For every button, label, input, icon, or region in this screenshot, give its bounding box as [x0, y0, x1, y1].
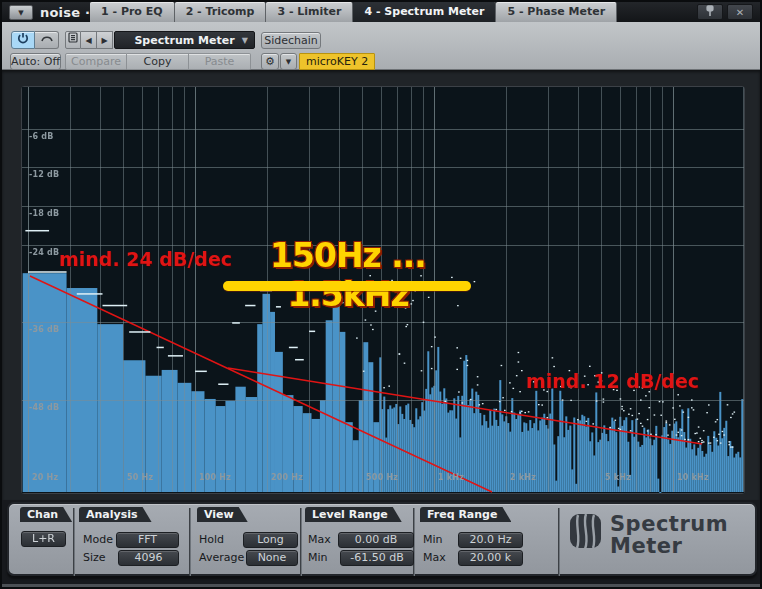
slope-24-annotation: mind. 24 dB/dec — [59, 248, 232, 270]
preset-edit-group: Compare Copy Paste — [65, 53, 251, 70]
tab-pro-eq[interactable]: 1 - Pro EQ — [90, 2, 175, 22]
automation-mode-button[interactable]: Auto: Off — [10, 53, 61, 70]
freq-min-label: Min — [423, 532, 443, 548]
size-value-button[interactable]: 4096 — [118, 550, 179, 566]
sidechain-button[interactable]: Sidechain — [261, 32, 321, 49]
section-divider — [301, 508, 302, 576]
section-header-analysis: Analysis — [79, 507, 152, 522]
channel-mode-button[interactable]: L+R — [21, 531, 66, 547]
mode-value-button[interactable]: FFT — [116, 532, 179, 548]
section-divider — [414, 508, 415, 576]
freq-axis-label: 100 Hz — [199, 473, 231, 482]
db-axis-label: -48 dB — [29, 403, 59, 412]
close-button[interactable]: ✕ — [727, 4, 753, 20]
section-header-level-range: Level Range — [305, 507, 402, 522]
paste-button[interactable]: Paste — [189, 53, 251, 70]
db-axis-label: -18 dB — [29, 209, 59, 218]
db-axis-label: -36 dB — [29, 325, 59, 334]
toolbar: ◀ ▶ Spectrum Meter ▼ Sidechain Auto: Off… — [2, 22, 760, 70]
prev-preset-button[interactable]: ◀ — [81, 31, 97, 49]
pin-icon — [705, 8, 715, 19]
power-icon — [17, 34, 29, 47]
bypass-button[interactable] — [35, 31, 59, 49]
preset-selector[interactable]: Spectrum Meter ▼ — [114, 31, 255, 49]
pin-button[interactable] — [697, 4, 723, 20]
copy-button[interactable]: Copy — [127, 53, 189, 70]
presonus-logo — [569, 512, 603, 554]
mode-label: Mode — [83, 532, 113, 548]
freq-axis-label: 500 Hz — [366, 473, 398, 482]
tab-phase-meter[interactable]: 5 - Phase Meter — [496, 2, 617, 22]
section-header-view: View — [197, 507, 248, 522]
midi-dropdown-button[interactable]: ▼ — [280, 53, 297, 70]
average-label: Average — [199, 550, 244, 566]
insert-tabs: 1 - Pro EQ 2 - Tricomp 3 - Limiter 4 - S… — [90, 2, 617, 22]
hold-label: Hold — [199, 532, 224, 548]
settings-button[interactable]: ⚙ — [261, 53, 279, 70]
freq-axis-label: 50 Hz — [127, 473, 153, 482]
plugin-window: ▼ noise · Inserts 1 - Pro EQ 2 - Tricomp… — [0, 0, 762, 589]
preset-list-button[interactable] — [65, 31, 81, 49]
next-preset-button[interactable]: ▶ — [97, 31, 113, 49]
band-annotation: 150Hz ... 1.5kHz — [208, 236, 488, 314]
plugin-brand: Spectrum Meter — [610, 513, 728, 557]
freq-axis-label: 1 kHz — [438, 473, 464, 482]
level-max-label: Max — [308, 532, 331, 548]
window-bottom-edge — [2, 584, 760, 588]
level-min-button[interactable]: -61.50 dB — [340, 550, 414, 566]
freq-max-button[interactable]: 20.00 k — [458, 550, 523, 566]
level-max-button[interactable]: 0.00 dB — [338, 532, 414, 548]
curve-icon — [40, 34, 54, 47]
db-axis-label: -24 dB — [29, 248, 59, 257]
freq-axis-label: 5 kHz — [605, 473, 631, 482]
freq-axis-label: 2 kHz — [510, 473, 536, 482]
titlebar: ▼ noise · Inserts 1 - Pro EQ 2 - Tricomp… — [2, 2, 760, 22]
settings-panel: Chan L+R Analysis Mode FFT Size 4096 Vie… — [7, 502, 757, 576]
bottom-panel: Chan L+R Analysis Mode FFT Size 4096 Vie… — [2, 500, 760, 589]
band-annotation-underline — [223, 281, 471, 291]
size-label: Size — [83, 550, 106, 566]
preset-nav-group: ◀ ▶ — [65, 31, 113, 49]
preset-name: Spectrum Meter — [134, 34, 234, 47]
window-menu-button[interactable]: ▼ — [9, 5, 33, 20]
activate-button[interactable] — [11, 31, 35, 49]
freq-axis-label: 10 kHz — [677, 473, 709, 482]
midi-device-badge[interactable]: microKEY 2 — [299, 53, 375, 70]
tab-tricomp[interactable]: 2 - Tricomp — [175, 2, 267, 22]
section-divider — [559, 508, 560, 576]
freq-axis-label: 200 Hz — [271, 473, 303, 482]
tab-spectrum-meter[interactable]: 4 - Spectrum Meter — [353, 2, 496, 22]
section-header-freq-range: Freq Range — [420, 507, 511, 522]
chevron-down-icon: ▼ — [242, 32, 248, 49]
tab-limiter[interactable]: 3 - Limiter — [266, 2, 353, 22]
slope-12-annotation: mind. 12 dB/dec — [526, 370, 699, 392]
level-min-label: Min — [308, 550, 328, 566]
average-value-button[interactable]: None — [246, 550, 298, 566]
gear-icon: ⚙ — [265, 55, 275, 68]
spectrum-display: 150Hz ... 1.5kHz mind. 24 dB/dec mind. 1… — [2, 70, 760, 500]
plugin-brand-line2: Meter — [610, 535, 728, 557]
section-divider — [190, 508, 191, 576]
compare-button[interactable]: Compare — [65, 53, 127, 70]
hold-value-button[interactable]: Long — [243, 532, 298, 548]
section-divider — [74, 508, 75, 576]
db-axis-label: -12 dB — [29, 170, 59, 179]
db-axis-label: -6 dB — [29, 132, 54, 141]
plugin-brand-line1: Spectrum — [610, 513, 728, 535]
list-icon — [68, 36, 78, 45]
freq-max-label: Max — [423, 550, 446, 566]
section-header-chan: Chan — [20, 507, 72, 522]
freq-min-button[interactable]: 20.0 Hz — [458, 532, 523, 548]
freq-axis-label: 20 Hz — [32, 473, 58, 482]
